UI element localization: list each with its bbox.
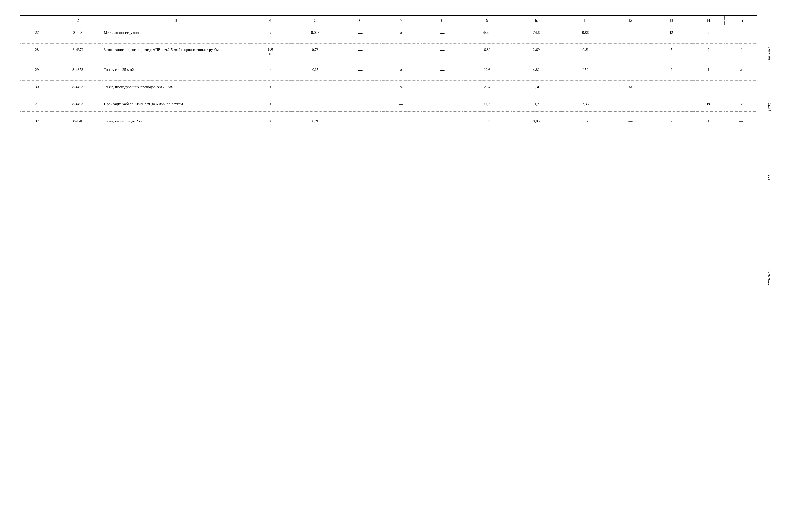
spacer-row xyxy=(20,40,757,43)
cell-r3-c14: I xyxy=(692,63,725,77)
table-row: 298-4373То же, сеч. 25 мм2»0,I5—∞—I2,64,… xyxy=(20,63,757,77)
side-annotation-2: (КТ) xyxy=(768,102,772,111)
cell-r2-c9: 6,89 xyxy=(463,43,512,60)
page-wrapper: I 2 3 4 5 6 7 8 9 Io II I2 I3 I4 I5 xyxy=(20,15,772,129)
cell-r5-c12: — xyxy=(610,98,651,112)
cell-r2-c4: 100м xyxy=(250,43,291,60)
cell-r5-c9: 5I,2 xyxy=(463,98,512,112)
cell-r5-c3: Прокладка кабеля АВРГ сеч.до 6 мм2 по ло… xyxy=(102,98,250,112)
spacer-cell xyxy=(20,94,757,98)
cell-r6-c12: — xyxy=(610,115,651,129)
table-header-row: I 2 3 4 5 6 7 8 9 Io II I2 I3 I4 I5 xyxy=(20,16,757,25)
cell-r4-c4: » xyxy=(250,81,291,94)
col-header-10: Io xyxy=(512,16,561,25)
cell-r2-c2: 8-437I xyxy=(53,43,102,60)
col-header-1: I xyxy=(20,16,53,25)
cell-r3-c11: I,59 xyxy=(561,63,610,77)
col-header-6: 6 xyxy=(340,16,381,25)
cell-r2-c5: 0,78 xyxy=(291,43,340,60)
cell-r6-c10: 8,05 xyxy=(512,115,561,129)
cell-r6-c4: » xyxy=(250,115,291,129)
cell-r6-c9: I8,7 xyxy=(463,115,512,129)
cell-r5-c13: 82 xyxy=(651,98,692,112)
cell-r5-c8: — xyxy=(422,98,463,112)
table-row: 308-4403То же, последую-щих проводов сеч… xyxy=(20,81,757,94)
cell-r2-c11: 0,8I xyxy=(561,43,610,60)
cell-r2-c12: — xyxy=(610,43,651,60)
cell-r4-c3: То же, последую-щих проводов сеч.2,5 мм2 xyxy=(102,81,250,94)
cell-r3-c1: 29 xyxy=(20,63,53,77)
cell-r1-c5: 0,028 xyxy=(291,25,340,40)
cell-r6-c11: 0,I7 xyxy=(561,115,610,129)
cell-r3-c4: » xyxy=(250,63,291,77)
cell-r5-c14: I9 xyxy=(692,98,725,112)
cell-r2-c14: 2 xyxy=(692,43,725,60)
spacer-cell xyxy=(20,112,757,115)
spacer-cell xyxy=(20,40,757,43)
cell-r3-c13: 2 xyxy=(651,63,692,77)
cell-r1-c12: — xyxy=(610,25,651,40)
cell-r6-c15: — xyxy=(725,115,757,129)
table-row: 3I8-4493Прокладка кабеля АВРГ сеч.до 6 м… xyxy=(20,98,757,112)
cell-r3-c15: ∞ xyxy=(725,63,757,77)
main-table-container: I 2 3 4 5 6 7 8 9 Io II I2 I3 I4 I5 xyxy=(20,15,757,129)
cell-r6-c13: 2 xyxy=(651,115,692,129)
cell-r5-c10: II,7 xyxy=(512,98,561,112)
cell-r3-c9: I2,6 xyxy=(463,63,512,77)
col-header-11: II xyxy=(561,16,610,25)
cell-r4-c10: I,3I xyxy=(512,81,561,94)
cell-r1-c11: 0,86 xyxy=(561,25,610,40)
cell-r2-c15: I xyxy=(725,43,757,60)
cell-r3-c12: — xyxy=(610,63,651,77)
cell-r6-c2: 8-I5II xyxy=(53,115,102,129)
cell-r3-c6: — xyxy=(340,63,381,77)
cell-r4-c15: — xyxy=(725,81,757,94)
cell-r4-c12: ∞ xyxy=(610,81,651,94)
cell-r6-c5: 0,2I xyxy=(291,115,340,129)
col-header-15: I5 xyxy=(725,16,757,25)
cell-r4-c13: 3 xyxy=(651,81,692,94)
spacer-cell xyxy=(20,77,757,81)
cell-r5-c4: » xyxy=(250,98,291,112)
col-header-7: 7 xyxy=(381,16,422,25)
cell-r5-c11: 7,35 xyxy=(561,98,610,112)
cell-r6-c6: — xyxy=(340,115,381,129)
cell-r5-c5: I,05 xyxy=(291,98,340,112)
col-header-13: I3 xyxy=(651,16,692,25)
spacer-row xyxy=(20,60,757,63)
cell-r4-c11: — xyxy=(561,81,610,94)
side-annotation-3: I57 xyxy=(768,174,772,180)
cell-r1-c15: — xyxy=(725,25,757,40)
cell-r3-c3: То же, сеч. 25 мм2 xyxy=(102,63,250,77)
cell-r1-c2: 8-903 xyxy=(53,25,102,40)
cell-r4-c5: I,22 xyxy=(291,81,340,94)
spacer-row xyxy=(20,112,757,115)
col-header-4: 4 xyxy=(250,16,291,25)
col-header-5: 5 xyxy=(291,16,340,25)
cell-r4-c9: 2,37 xyxy=(463,81,512,94)
cell-r1-c14: 2 xyxy=(692,25,725,40)
cell-r1-c9: 444,0 xyxy=(463,25,512,40)
cell-r6-c8: — xyxy=(422,115,463,129)
cell-r3-c10: 4,82 xyxy=(512,63,561,77)
cell-r1-c7: ∞ xyxy=(381,25,422,40)
spacer-cell xyxy=(20,60,757,63)
side-annotation-5: 4775-5-04 xyxy=(768,269,772,287)
spacer-row xyxy=(20,77,757,81)
cell-r2-c13: 5 xyxy=(651,43,692,60)
cell-r6-c1: 32 xyxy=(20,115,53,129)
col-header-8: 8 xyxy=(422,16,463,25)
cell-r1-c1: 27 xyxy=(20,25,53,40)
cell-r6-c14: I xyxy=(692,115,725,129)
cell-r4-c1: 30 xyxy=(20,81,53,94)
cell-r2-c1: 28 xyxy=(20,43,53,60)
cell-r6-c7: — xyxy=(381,115,422,129)
col-header-12: I2 xyxy=(610,16,651,25)
cell-r2-c10: 2,69 xyxy=(512,43,561,60)
cell-r1-c8: — xyxy=(422,25,463,40)
table-row: 278-903Металлокон-струкциит0,028—∞—444,0… xyxy=(20,25,757,40)
cell-r2-c8: — xyxy=(422,43,463,60)
cell-r1-c3: Металлокон-струкции xyxy=(102,25,250,40)
cell-r4-c7: ∞ xyxy=(381,81,422,94)
cell-r1-c6: — xyxy=(340,25,381,40)
